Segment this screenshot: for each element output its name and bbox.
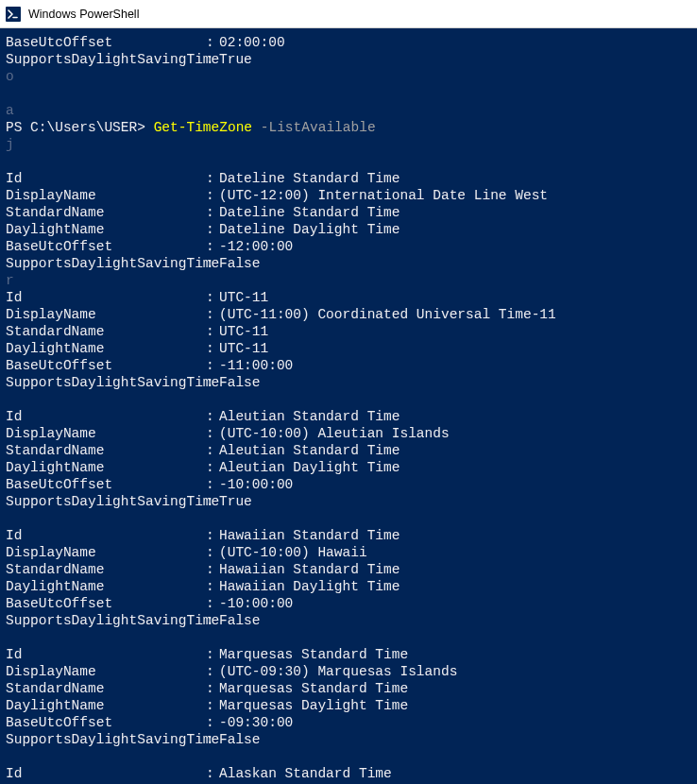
window-titlebar[interactable]: Windows PowerShell — [0, 0, 697, 28]
property-key: Id — [6, 408, 206, 425]
property-key: DisplayName — [6, 425, 206, 442]
property-row: DisplayName : (UTC-09:30) Marquesas Isla… — [6, 663, 691, 680]
blank-line — [6, 153, 691, 170]
property-row: BaseUtcOffset : -10:00:00 — [6, 595, 691, 612]
property-separator: : — [206, 578, 219, 595]
property-row: StandardName : Marquesas Standard Time — [6, 680, 691, 697]
prompt-parameter: -ListAvailable — [261, 119, 376, 136]
property-row: Id : Marquesas Standard Time — [6, 646, 691, 663]
property-row: BaseUtcOffset : -09:30:00 — [6, 714, 691, 731]
property-key: StandardName — [6, 442, 206, 459]
property-separator: : — [206, 612, 219, 629]
property-separator: : — [206, 51, 219, 68]
property-key: SupportsDaylightSavingTime — [6, 612, 206, 629]
property-value: Dateline Standard Time — [219, 170, 400, 187]
property-row: BaseUtcOffset : -12:00:00 — [6, 238, 691, 255]
property-value: Alaskan Standard Time — [219, 765, 392, 782]
window-title: Windows PowerShell — [28, 8, 139, 21]
property-key: Id — [6, 527, 206, 544]
property-row: SupportsDaylightSavingTime: False — [6, 374, 691, 391]
property-separator: : — [206, 187, 219, 204]
property-key: StandardName — [6, 323, 206, 340]
property-separator: : — [206, 714, 219, 731]
prompt-line: PS C:\Users\USER> Get-TimeZone -ListAvai… — [6, 119, 691, 136]
property-row: DisplayName : (UTC-10:00) Aleutian Islan… — [6, 425, 691, 442]
property-value: False — [219, 374, 261, 391]
property-separator: : — [206, 238, 219, 255]
property-separator: : — [206, 170, 219, 187]
property-value: Hawaiian Standard Time — [219, 561, 400, 578]
blank-line — [6, 391, 691, 408]
property-row: DisplayName : (UTC-10:00) Hawaii — [6, 544, 691, 561]
property-separator: : — [206, 289, 219, 306]
truncation-marker: j — [6, 136, 691, 153]
property-value: (UTC-09:30) Marquesas Islands — [219, 663, 457, 680]
blank-line — [6, 748, 691, 765]
property-separator: : — [206, 459, 219, 476]
property-row: SupportsDaylightSavingTime: True — [6, 493, 691, 510]
property-separator: : — [206, 476, 219, 493]
property-separator: : — [206, 425, 219, 442]
property-value: True — [219, 51, 252, 68]
property-key: DisplayName — [6, 187, 206, 204]
property-separator: : — [206, 663, 219, 680]
property-separator: : — [206, 323, 219, 340]
property-value: Dateline Daylight Time — [219, 221, 400, 238]
property-separator: : — [206, 255, 219, 272]
property-separator: : — [206, 408, 219, 425]
property-row: DaylightName : Dateline Daylight Time — [6, 221, 691, 238]
property-key: Id — [6, 170, 206, 187]
property-value: UTC-11 — [219, 289, 268, 306]
truncation-marker: o — [6, 68, 691, 85]
property-key: StandardName — [6, 204, 206, 221]
property-row: DisplayName : (UTC-12:00) International … — [6, 187, 691, 204]
property-value: Marquesas Standard Time — [219, 646, 408, 663]
property-row: DaylightName : Marquesas Daylight Time — [6, 697, 691, 714]
property-row: DaylightName : Aleutian Daylight Time — [6, 459, 691, 476]
property-separator: : — [206, 561, 219, 578]
property-separator: : — [206, 374, 219, 391]
property-row: StandardName : UTC-11 — [6, 323, 691, 340]
property-key: BaseUtcOffset — [6, 357, 206, 374]
property-value: True — [219, 493, 252, 510]
property-separator: : — [206, 357, 219, 374]
property-value: -09:30:00 — [219, 714, 293, 731]
property-key: SupportsDaylightSavingTime — [6, 51, 206, 68]
property-row: Id : UTC-11 — [6, 289, 691, 306]
property-key: SupportsDaylightSavingTime — [6, 255, 206, 272]
property-value: False — [219, 731, 261, 748]
property-key: DaylightName — [6, 221, 206, 238]
property-value: UTC-11 — [219, 323, 268, 340]
property-value: Hawaiian Standard Time — [219, 527, 400, 544]
truncation-marker: r — [6, 272, 691, 289]
property-key: DisplayName — [6, 544, 206, 561]
property-row: Id : Alaskan Standard Time — [6, 765, 691, 782]
property-row: SupportsDaylightSavingTime: False — [6, 612, 691, 629]
property-value: Dateline Standard Time — [219, 204, 400, 221]
property-value: -10:00:00 — [219, 476, 293, 493]
property-key: DaylightName — [6, 578, 206, 595]
property-row: DisplayName : (UTC-11:00) Coordinated Un… — [6, 306, 691, 323]
property-key: BaseUtcOffset — [6, 476, 206, 493]
property-key: Id — [6, 765, 206, 782]
property-row: SupportsDaylightSavingTime: False — [6, 255, 691, 272]
property-value: (UTC-10:00) Hawaii — [219, 544, 367, 561]
property-key: BaseUtcOffset — [6, 34, 206, 51]
property-value: -10:00:00 — [219, 595, 293, 612]
terminal-output[interactable]: BaseUtcOffset : 02:00:00SupportsDaylight… — [0, 28, 697, 784]
property-key: BaseUtcOffset — [6, 714, 206, 731]
property-value: -12:00:00 — [219, 238, 293, 255]
powershell-icon — [6, 7, 21, 22]
property-separator: : — [206, 442, 219, 459]
property-value: 02:00:00 — [219, 34, 285, 51]
property-row: DaylightName : Hawaiian Daylight Time — [6, 578, 691, 595]
property-key: SupportsDaylightSavingTime — [6, 731, 206, 748]
property-value: False — [219, 255, 261, 272]
property-value: Aleutian Standard Time — [219, 408, 400, 425]
property-separator: : — [206, 493, 219, 510]
property-value: Aleutian Standard Time — [219, 442, 400, 459]
property-row: SupportsDaylightSavingTime: True — [6, 51, 691, 68]
svg-rect-0 — [6, 7, 21, 22]
property-separator: : — [206, 731, 219, 748]
truncation-marker: a — [6, 102, 691, 119]
